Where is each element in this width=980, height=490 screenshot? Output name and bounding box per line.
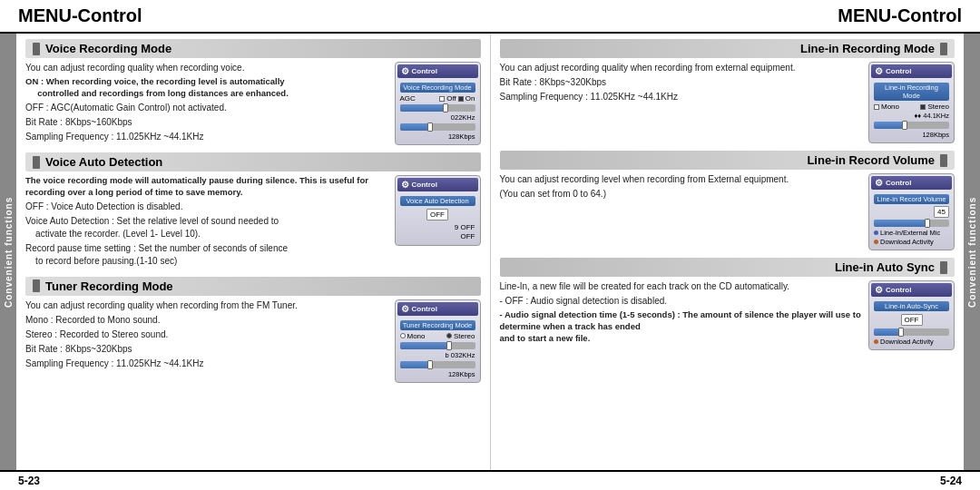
control-label-voice-recording: Voice Recording Mode — [400, 83, 475, 93]
section-voice-auto-detection: Voice Auto Detection The voice recording… — [25, 152, 481, 270]
section-voice-recording-mode: Voice Recording Mode You can adjust reco… — [25, 39, 481, 145]
left-title: MENU-Control — [18, 5, 142, 26]
section-title-tuner: Tuner Recording Mode — [45, 279, 173, 293]
section-body-tuner: You can adjust recording quality when re… — [25, 299, 481, 383]
section-linein-autosync: Line-in Auto Sync Line-In, a new file wi… — [500, 258, 956, 350]
control-header-tuner: ⚙ Control — [397, 302, 478, 316]
section-body-linein-autosync: Line-In, a new file will be created for … — [500, 280, 956, 350]
section-tuner-recording: Tuner Recording Mode You can adjust reco… — [25, 277, 481, 383]
control-header-voice-auto: ⚙ Control — [397, 178, 478, 191]
control-label-linein-autosync: Line-in Auto-Sync — [874, 301, 949, 311]
control-box-linein-recording: ⚙ Control Line-in Recording Mode Mono — [868, 62, 955, 143]
right-page-number: 5-24 — [940, 475, 962, 487]
section-title-voice-recording: Voice Recording Mode — [45, 42, 172, 55]
slider-linein-autosync — [874, 328, 949, 336]
control-box-tuner: ⚙ Control Tuner Recording Mode Mono — [395, 299, 481, 383]
section-title-voice-auto: Voice Auto Detection — [45, 155, 162, 169]
section-icon-linein-volume — [940, 154, 947, 167]
control-header-linein-recording: ⚙ Control — [871, 64, 952, 78]
control-box-voice-recording: ⚙ Control Voice Recording Mode AGC Off O… — [395, 62, 481, 145]
control-label-voice-auto: Voice Auto Detection — [400, 196, 475, 206]
section-linein-volume: Line-in Record Volume You can adjust rec… — [500, 151, 956, 250]
header: MENU-Control MENU-Control — [0, 0, 980, 34]
slider-linein-bitrate — [874, 122, 949, 129]
section-text-linein-autosync: Line-In, a new file will be created for … — [500, 280, 864, 346]
control-box-linein-volume: ⚙ Control Line-in Record Volume 45 — [868, 173, 955, 250]
slider-linein-volume — [874, 220, 949, 227]
section-icon-linein-autosync — [940, 261, 947, 274]
section-title-linein-volume: Line-in Record Volume — [807, 153, 935, 167]
section-text-linein-recording: You can adjust recording quality when re… — [500, 62, 864, 105]
section-header-voice-recording: Voice Recording Mode — [25, 39, 481, 58]
section-body-linein-volume: You can adjust recording level when reco… — [500, 173, 956, 250]
section-text-voice-auto: The voice recording mode will automatica… — [25, 175, 389, 270]
section-header-linein-volume: Line-in Record Volume — [500, 151, 956, 170]
section-header-voice-auto: Voice Auto Detection — [25, 152, 481, 172]
left-page-number: 5-23 — [18, 475, 40, 487]
section-body-linein-recording: You can adjust recording quality when re… — [500, 62, 956, 143]
section-body-voice-auto: The voice recording mode will automatica… — [25, 175, 481, 270]
section-title-linein-recording: Line-in Recording Mode — [800, 42, 935, 55]
control-header-linein-volume: ⚙ Control — [871, 176, 952, 190]
slider-tuner-bitrate — [400, 361, 475, 368]
section-icon-voice-auto — [33, 156, 40, 169]
control-header-linein-autosync: ⚙ Control — [871, 283, 952, 297]
left-panel: Voice Recording Mode You can adjust reco… — [16, 34, 490, 470]
control-label-linein-recording: Line-in Recording Mode — [874, 83, 949, 101]
control-box-linein-autosync: ⚙ Control Line-in Auto-Sync OFF — [868, 280, 955, 350]
section-linein-recording: Line-in Recording Mode You can adjust re… — [500, 39, 956, 143]
right-sidebar-tab: Convenient functions — [964, 34, 980, 470]
footer: 5-23 5-24 — [0, 470, 980, 490]
right-panel: Line-in Recording Mode You can adjust re… — [491, 34, 965, 470]
left-sidebar-tab: Convenient functions — [0, 34, 16, 470]
control-header-voice-recording: ⚙ Control — [397, 64, 478, 78]
section-header-tuner: Tuner Recording Mode — [25, 277, 481, 296]
control-label-linein-volume: Line-in Record Volume — [874, 194, 949, 204]
control-label-tuner: Tuner Recording Mode — [400, 320, 475, 330]
section-icon-tuner — [33, 279, 40, 292]
section-text-voice-recording: You can adjust recording quality when re… — [25, 62, 389, 145]
main-content: Convenient functions Voice Recording Mod… — [0, 34, 980, 470]
section-header-linein-autosync: Line-in Auto Sync — [500, 258, 956, 277]
section-icon-voice-recording — [33, 43, 40, 55]
section-text-tuner: You can adjust recording quality when re… — [25, 299, 389, 372]
section-text-linein-volume: You can adjust recording level when reco… — [500, 173, 864, 202]
slider-voice-bitrate — [400, 123, 475, 131]
slider-tuner-freq — [400, 342, 475, 349]
section-icon-linein-recording — [940, 43, 947, 55]
section-header-linein-recording: Line-in Recording Mode — [500, 39, 956, 58]
control-box-voice-auto: ⚙ Control Voice Auto Detection OFF 9 OFF — [395, 175, 481, 246]
slider-voice-freq — [400, 104, 475, 112]
section-body-voice-recording: You can adjust recording quality when re… — [25, 62, 481, 145]
right-title: MENU-Control — [838, 5, 962, 26]
section-title-linein-autosync: Line-in Auto Sync — [835, 260, 935, 274]
